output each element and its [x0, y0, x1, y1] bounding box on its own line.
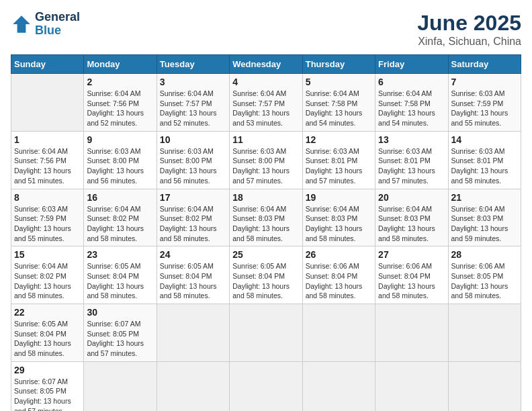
day-number: 4	[232, 77, 299, 87]
day-number: 17	[160, 192, 226, 203]
calendar-cell	[448, 304, 521, 362]
day-info: Sunrise: 6:03 AM Sunset: 8:00 PM Dayligh…	[232, 146, 299, 186]
calendar-cell: 13Sunrise: 6:03 AM Sunset: 8:01 PM Dayli…	[375, 131, 448, 189]
day-info: Sunrise: 6:03 AM Sunset: 8:01 PM Dayligh…	[306, 146, 372, 186]
page-header: General Blue June 2025 Xinfa, Sichuan, C…	[11, 11, 521, 48]
calendar-cell: 12Sunrise: 6:03 AM Sunset: 8:01 PM Dayli…	[302, 131, 375, 189]
calendar-cell: 10Sunrise: 6:03 AM Sunset: 8:00 PM Dayli…	[157, 131, 229, 189]
day-number: 28	[451, 249, 518, 260]
day-info: Sunrise: 6:04 AM Sunset: 8:02 PM Dayligh…	[87, 204, 153, 244]
calendar-cell: 28Sunrise: 6:06 AM Sunset: 8:05 PM Dayli…	[448, 246, 521, 304]
week-row-4: 22Sunrise: 6:05 AM Sunset: 8:04 PM Dayli…	[11, 304, 521, 362]
week-row-5: 29Sunrise: 6:07 AM Sunset: 8:05 PM Dayli…	[11, 361, 521, 411]
day-number: 24	[160, 249, 226, 260]
calendar-cell: 4Sunrise: 6:04 AM Sunset: 7:57 PM Daylig…	[230, 74, 302, 132]
day-number: 7	[451, 77, 518, 87]
header-saturday: Saturday	[448, 55, 521, 74]
day-info: Sunrise: 6:03 AM Sunset: 8:01 PM Dayligh…	[378, 146, 445, 186]
day-number: 29	[14, 365, 81, 375]
header-wednesday: Wednesday	[230, 55, 302, 74]
day-number: 30	[87, 307, 153, 318]
calendar-cell: 29Sunrise: 6:07 AM Sunset: 8:05 PM Dayli…	[11, 361, 84, 411]
day-info: Sunrise: 6:06 AM Sunset: 8:04 PM Dayligh…	[306, 261, 372, 301]
day-info: Sunrise: 6:04 AM Sunset: 7:57 PM Dayligh…	[232, 89, 299, 128]
day-number: 25	[232, 249, 299, 260]
calendar-cell	[11, 74, 84, 132]
day-info: Sunrise: 6:07 AM Sunset: 8:05 PM Dayligh…	[87, 319, 153, 359]
day-info: Sunrise: 6:04 AM Sunset: 8:03 PM Dayligh…	[451, 204, 518, 244]
day-info: Sunrise: 6:07 AM Sunset: 8:05 PM Dayligh…	[14, 377, 81, 411]
calendar-cell	[448, 361, 521, 411]
calendar-cell: 16Sunrise: 6:04 AM Sunset: 8:02 PM Dayli…	[84, 189, 157, 246]
day-number: 15	[14, 249, 81, 260]
calendar-cell: 19Sunrise: 6:04 AM Sunset: 8:03 PM Dayli…	[302, 189, 375, 246]
day-number: 2	[87, 77, 153, 87]
week-row-3: 15Sunrise: 6:04 AM Sunset: 8:02 PM Dayli…	[11, 246, 521, 304]
calendar-cell: 22Sunrise: 6:05 AM Sunset: 8:04 PM Dayli…	[11, 304, 84, 362]
day-info: Sunrise: 6:04 AM Sunset: 7:56 PM Dayligh…	[14, 146, 81, 186]
calendar-cell: 27Sunrise: 6:06 AM Sunset: 8:04 PM Dayli…	[375, 246, 448, 304]
day-number: 27	[378, 249, 445, 260]
header-monday: Monday	[84, 55, 157, 74]
week-row-1: 1Sunrise: 6:04 AM Sunset: 7:56 PM Daylig…	[11, 131, 521, 189]
calendar-cell	[84, 361, 157, 411]
day-info: Sunrise: 6:03 AM Sunset: 8:00 PM Dayligh…	[87, 146, 153, 186]
calendar-title: June 2025	[417, 11, 521, 36]
day-number: 6	[378, 77, 445, 87]
logo-line2: Blue	[35, 24, 80, 38]
day-number: 22	[14, 307, 81, 318]
day-info: Sunrise: 6:03 AM Sunset: 7:59 PM Dayligh…	[451, 89, 518, 128]
day-info: Sunrise: 6:04 AM Sunset: 8:03 PM Dayligh…	[306, 204, 372, 244]
calendar-cell	[375, 304, 448, 362]
day-number: 18	[232, 192, 299, 203]
logo-line1: General	[35, 11, 80, 24]
calendar-cell	[302, 361, 375, 411]
day-info: Sunrise: 6:03 AM Sunset: 7:59 PM Dayligh…	[14, 204, 81, 244]
day-number: 10	[160, 134, 226, 145]
day-number: 19	[306, 192, 372, 203]
calendar-cell	[375, 361, 448, 411]
calendar-cell: 5Sunrise: 6:04 AM Sunset: 7:58 PM Daylig…	[302, 74, 375, 132]
day-number: 23	[87, 249, 153, 260]
calendar-subtitle: Xinfa, Sichuan, China	[417, 36, 521, 48]
day-number: 21	[451, 192, 518, 203]
calendar-cell: 18Sunrise: 6:04 AM Sunset: 8:03 PM Dayli…	[230, 189, 302, 246]
calendar-cell: 9Sunrise: 6:03 AM Sunset: 8:00 PM Daylig…	[84, 131, 157, 189]
header-thursday: Thursday	[302, 55, 375, 74]
day-info: Sunrise: 6:04 AM Sunset: 7:58 PM Dayligh…	[306, 89, 372, 128]
header-friday: Friday	[375, 55, 448, 74]
day-info: Sunrise: 6:04 AM Sunset: 8:02 PM Dayligh…	[14, 261, 81, 301]
day-number: 13	[378, 134, 445, 145]
logo-icon	[11, 13, 32, 35]
logo: General Blue	[11, 11, 80, 38]
day-number: 1	[14, 134, 81, 145]
day-info: Sunrise: 6:05 AM Sunset: 8:04 PM Dayligh…	[232, 261, 299, 301]
day-info: Sunrise: 6:04 AM Sunset: 8:02 PM Dayligh…	[160, 204, 226, 244]
header-sunday: Sunday	[11, 55, 84, 74]
calendar-cell: 3Sunrise: 6:04 AM Sunset: 7:57 PM Daylig…	[157, 74, 229, 132]
calendar-cell: 24Sunrise: 6:05 AM Sunset: 8:04 PM Dayli…	[157, 246, 229, 304]
day-info: Sunrise: 6:04 AM Sunset: 7:58 PM Dayligh…	[378, 89, 445, 128]
day-info: Sunrise: 6:05 AM Sunset: 8:04 PM Dayligh…	[160, 261, 226, 301]
day-info: Sunrise: 6:06 AM Sunset: 8:05 PM Dayligh…	[451, 261, 518, 301]
calendar-cell: 15Sunrise: 6:04 AM Sunset: 8:02 PM Dayli…	[11, 246, 84, 304]
day-number: 16	[87, 192, 153, 203]
calendar-cell: 25Sunrise: 6:05 AM Sunset: 8:04 PM Dayli…	[230, 246, 302, 304]
calendar-cell: 11Sunrise: 6:03 AM Sunset: 8:00 PM Dayli…	[230, 131, 302, 189]
calendar-body: 2Sunrise: 6:04 AM Sunset: 7:56 PM Daylig…	[11, 74, 521, 412]
calendar-cell: 21Sunrise: 6:04 AM Sunset: 8:03 PM Dayli…	[448, 189, 521, 246]
calendar-table: SundayMondayTuesdayWednesdayThursdayFrid…	[11, 54, 521, 411]
calendar-cell	[157, 361, 229, 411]
day-info: Sunrise: 6:04 AM Sunset: 7:57 PM Dayligh…	[160, 89, 226, 128]
logo-text: General Blue	[35, 11, 80, 38]
day-number: 8	[14, 192, 81, 203]
day-number: 5	[306, 77, 372, 87]
calendar-cell: 1Sunrise: 6:04 AM Sunset: 7:56 PM Daylig…	[11, 131, 84, 189]
day-info: Sunrise: 6:03 AM Sunset: 8:00 PM Dayligh…	[160, 146, 226, 186]
calendar-cell: 6Sunrise: 6:04 AM Sunset: 7:58 PM Daylig…	[375, 74, 448, 132]
day-info: Sunrise: 6:05 AM Sunset: 8:04 PM Dayligh…	[87, 261, 153, 301]
header-row: SundayMondayTuesdayWednesdayThursdayFrid…	[11, 55, 521, 74]
day-number: 26	[306, 249, 372, 260]
day-number: 11	[232, 134, 299, 145]
calendar-cell: 17Sunrise: 6:04 AM Sunset: 8:02 PM Dayli…	[157, 189, 229, 246]
